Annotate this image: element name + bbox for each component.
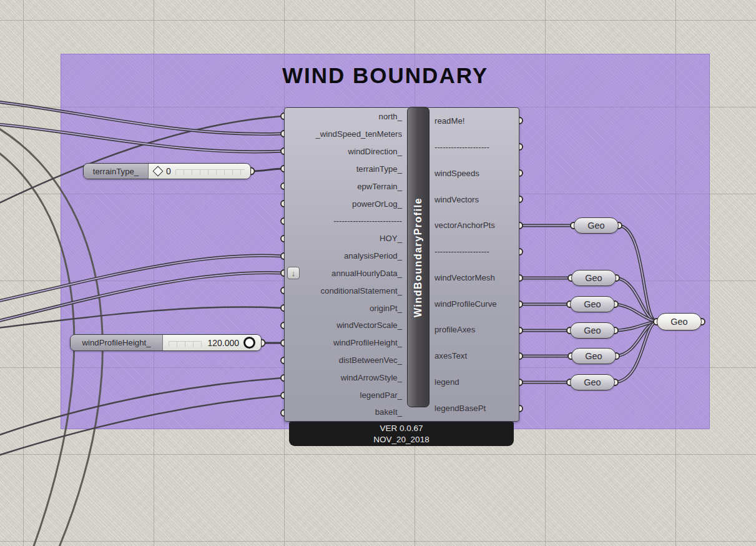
version-line: VER 0.0.67 — [289, 423, 514, 434]
geo-param-2[interactable]: Geo — [571, 270, 616, 286]
terrain-type-slider-ticks — [175, 169, 245, 175]
input-row-epwterrain: epwTerrain_ — [285, 177, 407, 195]
input-row-windspeed: _windSpeed_tenMeters — [285, 126, 407, 143]
input-column: north_ _windSpeed_tenMeters windDirectio… — [285, 108, 407, 421]
wire-analysis-period[interactable] — [0, 256, 282, 302]
wind-boundary-profile-component[interactable]: north_ _windSpeed_tenMeters windDirectio… — [284, 107, 519, 422]
geo-param-3[interactable]: Geo — [570, 296, 615, 312]
wire-background-arc-1[interactable] — [0, 147, 74, 546]
geo-param-6[interactable]: Geo — [570, 374, 615, 390]
input-row-bakeit: bakeIt_ — [285, 404, 407, 421]
wire-legend-par[interactable] — [0, 395, 282, 457]
wind-profile-height-slider[interactable]: windProfileHeight_ 120.000 — [70, 334, 262, 351]
input-row-originpt: originPt_ — [285, 299, 407, 317]
version-bar: VER 0.0.67 NOV_20_2018 — [289, 422, 514, 446]
input-row-windvectorscale: windVectorScale_ — [285, 317, 407, 334]
output-column: readMe! -------------------- windSpeeds … — [430, 108, 519, 421]
input-row-windarrowstyle: windArrowStyle_ — [285, 369, 407, 386]
output-row-legend: legend — [430, 369, 519, 395]
terrain-type-slider-grip[interactable] — [153, 166, 164, 177]
input-row-conditionalstatement: conditionalStatement_ — [285, 282, 407, 299]
geo-param-4[interactable]: Geo — [570, 322, 615, 339]
output-row-separator-2: -------------------- — [430, 239, 519, 265]
wire-geo2-merge[interactable] — [616, 278, 655, 321]
output-row-windprofilecurve: windProfileCurve — [430, 290, 519, 317]
output-row-windvectormesh: windVectorMesh — [430, 265, 519, 291]
input-row-powerorlog: powerOrLog_ — [285, 195, 407, 212]
wind-profile-height-slider-track[interactable]: 120.000 — [163, 335, 261, 350]
terrain-type-slider[interactable]: terrainType_ 0 — [83, 163, 251, 179]
wire-wind-arrow-style[interactable] — [0, 378, 282, 437]
input-row-legendpar: legendPar_ — [285, 386, 407, 404]
component-name-strip[interactable]: WindBoundaryProfile — [407, 107, 430, 407]
grasshopper-canvas[interactable]: WIND BOUNDARY — [0, 0, 756, 546]
wire-annual-hourly-data[interactable] — [0, 273, 282, 322]
wire-terrain-slider[interactable] — [252, 169, 283, 171]
input-row-analysisperiod: analysisPeriod_ — [285, 247, 407, 265]
input-row-north: north_ — [285, 108, 407, 126]
wire-wind-direction[interactable] — [0, 124, 282, 152]
input-row-distbetweenvec: distBetweenVec_ — [285, 352, 407, 369]
down-arrow-icon[interactable]: ↓ — [287, 267, 300, 279]
wind-profile-height-slider-grip[interactable] — [243, 337, 255, 349]
terrain-type-slider-track[interactable]: 0 — [149, 164, 250, 179]
output-row-legendbasept: legendBasePt — [430, 395, 519, 421]
output-row-separator-1: -------------------- — [430, 134, 519, 161]
wind-profile-height-slider-value: 120.000 — [207, 338, 239, 348]
input-row-winddirection: windDirection_ — [285, 143, 407, 161]
input-row-hoy: HOY_ — [285, 230, 407, 247]
wind-profile-height-slider-label: windProfileHeight_ — [71, 335, 163, 350]
output-row-windspeeds: windSpeeds — [430, 161, 519, 187]
terrain-type-slider-label: terrainType_ — [84, 164, 149, 179]
geo-param-5[interactable]: Geo — [571, 348, 616, 364]
component-name-label: WindBoundaryProfile — [413, 197, 424, 317]
output-row-vectoranchorpts: vectorAnchorPts — [430, 212, 519, 239]
output-row-windvectors: windVectors — [430, 186, 519, 212]
geo-param-1[interactable]: Geo — [574, 217, 619, 234]
output-row-profileaxes: profileAxes — [430, 317, 519, 343]
date-line: NOV_20_2018 — [289, 434, 514, 445]
terrain-type-slider-value: 0 — [166, 166, 171, 176]
wind-profile-height-slider-ticks — [169, 341, 202, 347]
output-row-readme: readMe! — [430, 108, 519, 134]
geo-param-merged[interactable]: Geo — [657, 313, 702, 330]
output-row-axestext: axesText — [430, 343, 519, 369]
input-row-separator: ------------------------- — [285, 212, 407, 230]
input-row-terraintype: terrainType_ — [285, 160, 407, 177]
input-row-windprofileheight: windProfileHeight_ — [285, 334, 407, 352]
input-row-annualhourlydata: annualHourlyData_ — [285, 264, 407, 282]
